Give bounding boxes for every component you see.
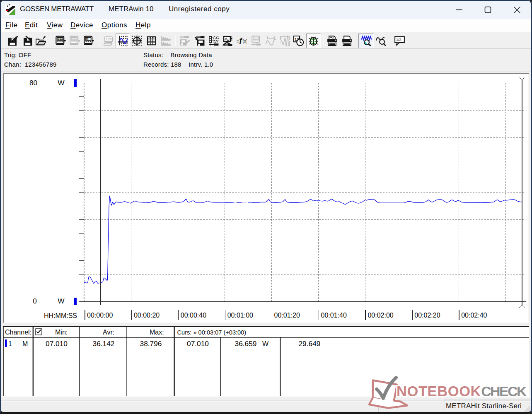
- svg-text:(x): (x): [242, 39, 247, 43]
- svg-text:0: 0: [33, 297, 37, 305]
- svg-text:36.142: 36.142: [93, 339, 115, 348]
- svg-text:NOTEBOOKCHECK: NOTEBOOKCHECK: [397, 383, 527, 399]
- svg-text:00:02:40: 00:02:40: [461, 312, 487, 319]
- svg-text:Min:: Min:: [55, 329, 68, 336]
- svg-text:80: 80: [29, 79, 37, 87]
- svg-text:00:01:00: 00:01:00: [227, 312, 253, 319]
- svg-text:HH:MM:SS: HH:MM:SS: [44, 312, 77, 319]
- svg-text:00:02:20: 00:02:20: [414, 312, 440, 319]
- svg-text:321: 321: [72, 37, 77, 40]
- svg-text:36.659: 36.659: [235, 339, 257, 348]
- svg-text:00:01:20: 00:01:20: [274, 312, 300, 319]
- svg-text:Curs: » 00:03:07 (+03:00): Curs: » 00:03:07 (+03:00): [177, 329, 247, 336]
- svg-text:00:00:20: 00:00:20: [134, 312, 160, 319]
- svg-text:M: M: [22, 340, 28, 347]
- svg-text:1257: 1257: [106, 37, 112, 41]
- svg-text:321: 321: [254, 37, 258, 40]
- svg-text:Max:: Max:: [150, 329, 164, 336]
- svg-text:29.649: 29.649: [299, 339, 321, 348]
- svg-text:00:00:00: 00:00:00: [87, 312, 113, 319]
- svg-text:38.796: 38.796: [140, 339, 162, 348]
- svg-text:00:00:40: 00:00:40: [181, 312, 206, 319]
- svg-text:1: 1: [8, 340, 12, 347]
- svg-text:Avr:: Avr:: [103, 329, 114, 336]
- svg-text:W: W: [58, 297, 65, 305]
- svg-text:1/2: 1/2: [396, 38, 401, 42]
- svg-text:M: M: [86, 37, 88, 40]
- svg-text:W: W: [58, 79, 65, 87]
- svg-text:07.010: 07.010: [187, 339, 209, 348]
- svg-text:07.010: 07.010: [46, 339, 68, 348]
- svg-text:W: W: [262, 340, 269, 347]
- svg-text:00:01:40: 00:01:40: [321, 312, 347, 319]
- svg-text:00:02:00: 00:02:00: [368, 312, 393, 319]
- svg-text:Channel:: Channel:: [5, 329, 31, 336]
- svg-text:321: 321: [58, 37, 63, 40]
